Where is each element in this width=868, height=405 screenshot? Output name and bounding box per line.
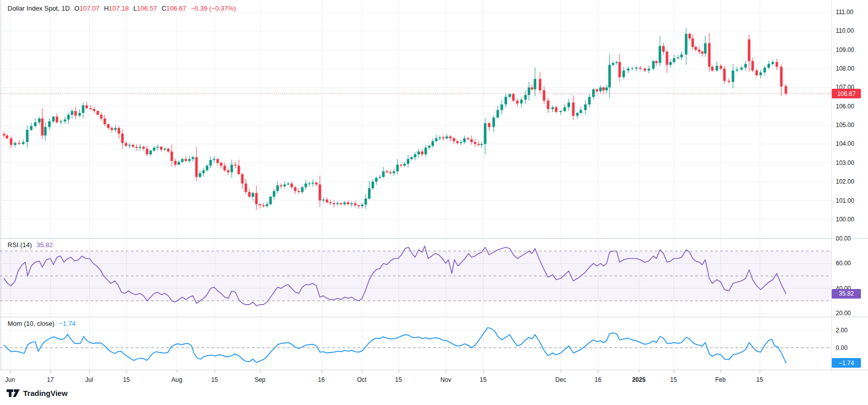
candle-body bbox=[741, 68, 743, 70]
candle-body bbox=[555, 107, 558, 112]
candle-body bbox=[358, 205, 360, 206]
candle-body bbox=[764, 68, 766, 72]
candle-body bbox=[86, 105, 88, 108]
tradingview-logo[interactable]: TradingView bbox=[7, 389, 68, 397]
candle-body bbox=[512, 94, 515, 100]
time-axis[interactable]: Jun17Jul15Aug15Sep16Oct15Nov15Dec1620251… bbox=[0, 370, 868, 388]
ohlc-value: 106.57 bbox=[137, 5, 157, 12]
candle-body bbox=[698, 50, 701, 52]
candle-body bbox=[322, 200, 325, 201]
pane-separator-rsi[interactable] bbox=[0, 238, 868, 239]
candle-body bbox=[291, 184, 293, 187]
candle-body bbox=[404, 164, 406, 166]
ohlc-label: C bbox=[162, 5, 166, 12]
candle-body bbox=[689, 34, 691, 38]
candle-body bbox=[692, 38, 694, 47]
tradingview-logo-icon bbox=[7, 389, 20, 397]
candle-body bbox=[64, 120, 66, 122]
candle-body bbox=[509, 94, 511, 97]
candle-body bbox=[167, 149, 170, 152]
time-axis-label: 15 bbox=[123, 376, 129, 383]
rsi-axis-label: 60.00 bbox=[836, 260, 851, 267]
candle-body bbox=[552, 107, 554, 109]
candle-body bbox=[681, 54, 683, 57]
candle-body bbox=[48, 122, 51, 127]
price-axis-label: 105.00 bbox=[836, 122, 854, 129]
candle-body bbox=[478, 144, 480, 145]
candle-body bbox=[670, 62, 672, 65]
candle-body bbox=[185, 159, 187, 161]
candle-body bbox=[308, 184, 311, 184]
candle-body bbox=[164, 149, 166, 150]
symbol-legend: Dollar Index Spot, 1D O107.07H107.18L106… bbox=[4, 3, 239, 14]
candle-body bbox=[213, 159, 216, 160]
time-axis-label: Oct bbox=[357, 376, 367, 383]
candle-body bbox=[623, 71, 625, 77]
candle-body bbox=[6, 136, 9, 139]
momentum-legend-value: −1.74 bbox=[59, 319, 76, 328]
candle-body bbox=[756, 71, 758, 75]
ohlc-value: 106.67 bbox=[166, 5, 186, 12]
candle-body bbox=[273, 191, 276, 197]
candle-body bbox=[71, 111, 74, 114]
candle-body bbox=[245, 184, 247, 192]
candle-body bbox=[224, 165, 226, 170]
candle-body bbox=[234, 165, 237, 166]
symbol-title[interactable]: Dollar Index Spot, 1D bbox=[8, 4, 70, 13]
candle-body bbox=[375, 178, 378, 182]
candle-body bbox=[534, 79, 537, 90]
ohlc-item: H107.18 bbox=[104, 4, 128, 13]
candle-body bbox=[780, 67, 783, 86]
candle-body bbox=[463, 138, 466, 142]
candle-body bbox=[174, 161, 177, 164]
candle-body bbox=[619, 62, 621, 77]
price-axis[interactable]: 106.67 35.82 −1.74 111.00110.00109.00108… bbox=[831, 0, 868, 370]
candle-body bbox=[153, 148, 156, 151]
time-axis-label: 15 bbox=[756, 376, 763, 383]
candle-body bbox=[439, 137, 441, 138]
momentum-indicator-title[interactable]: Mom (10, close) bbox=[8, 319, 54, 328]
candle-body bbox=[639, 68, 642, 69]
candle-body bbox=[588, 97, 591, 104]
candle-body bbox=[220, 163, 223, 166]
candle-body bbox=[287, 184, 290, 185]
candle-body bbox=[241, 174, 244, 184]
candle-body bbox=[524, 95, 527, 99]
price-axis-label: 101.00 bbox=[836, 197, 854, 204]
candle-body bbox=[210, 160, 212, 165]
candle-body bbox=[655, 61, 658, 63]
price-axis-label: 111.00 bbox=[836, 9, 853, 16]
candle-body bbox=[181, 159, 184, 162]
candle-body bbox=[627, 69, 630, 71]
time-axis-label: 2025 bbox=[632, 376, 646, 383]
candle-body bbox=[294, 187, 297, 191]
candle-body bbox=[560, 111, 562, 112]
candle-body bbox=[301, 187, 304, 192]
candle-body bbox=[652, 61, 655, 69]
candle-body bbox=[752, 61, 754, 71]
candle-body bbox=[425, 148, 427, 154]
candle-body bbox=[111, 128, 113, 130]
candle-body bbox=[497, 110, 499, 118]
candle-body bbox=[139, 147, 142, 148]
chart-panes[interactable] bbox=[0, 0, 831, 370]
candle-body bbox=[732, 71, 735, 82]
candle-body bbox=[616, 62, 618, 63]
candle-body bbox=[662, 46, 665, 51]
candle-body bbox=[760, 73, 762, 76]
candle-body bbox=[30, 126, 33, 130]
rsi-indicator-title[interactable]: RSI (14) bbox=[8, 241, 32, 249]
candle-body bbox=[471, 139, 473, 142]
candle-body bbox=[396, 165, 399, 171]
momentum-line bbox=[4, 328, 786, 363]
candle-body bbox=[178, 162, 180, 165]
candle-body bbox=[56, 117, 58, 122]
pane-separator-momentum[interactable] bbox=[0, 317, 868, 317]
candle-body bbox=[720, 66, 722, 69]
price-axis-label: 108.00 bbox=[836, 65, 854, 72]
price-axis-label: 100.00 bbox=[836, 216, 854, 223]
candle-body bbox=[93, 109, 96, 111]
candle-body bbox=[520, 100, 523, 103]
candle-body bbox=[484, 123, 487, 144]
candle-body bbox=[340, 203, 343, 204]
